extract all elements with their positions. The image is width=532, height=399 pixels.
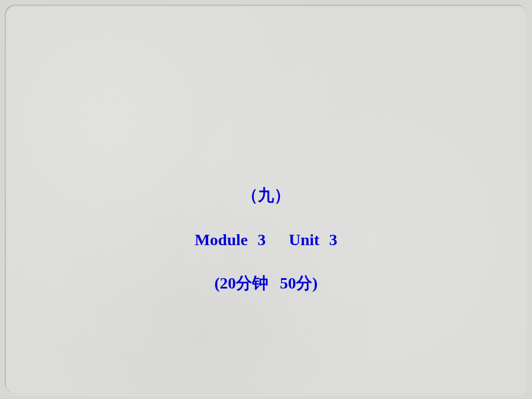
module-unit-line: Module 3Unit 3 bbox=[195, 228, 338, 251]
module-label: Module 3 bbox=[195, 231, 266, 249]
slide-title-cn: （九） bbox=[242, 184, 290, 206]
slide-content: （九） Module 3Unit 3 (20分钟50分) bbox=[5, 184, 527, 295]
duration-label: (20分钟 bbox=[215, 274, 268, 292]
slide-container: （九） Module 3Unit 3 (20分钟50分) bbox=[5, 5, 527, 394]
unit-label: Unit 3 bbox=[289, 231, 337, 249]
duration-score-line: (20分钟50分) bbox=[215, 272, 318, 294]
score-label: 50分) bbox=[280, 274, 317, 292]
